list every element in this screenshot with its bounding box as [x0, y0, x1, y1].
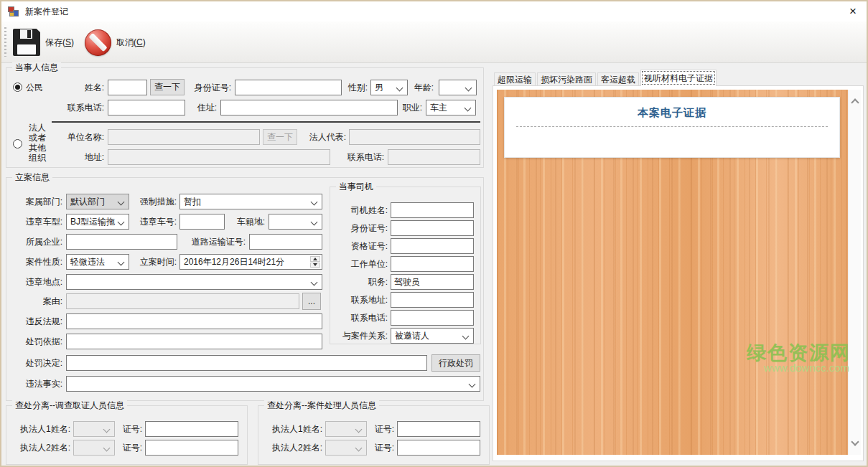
name-label: 姓名: — [70, 80, 104, 95]
occupation-select[interactable]: 车主 — [426, 100, 476, 115]
watermark-site-url: www.downcc.com — [764, 362, 849, 374]
vehicle-reg-select[interactable] — [269, 214, 322, 230]
measure-select[interactable]: 暂扣 — [179, 194, 322, 209]
legal-rep-input[interactable] — [349, 129, 480, 145]
address-label: 住址: — [194, 100, 217, 115]
occupation-label: 职业: — [399, 100, 422, 115]
save-button-label: 保存(S) — [45, 37, 74, 49]
lookup-name-button[interactable]: 查一下 — [150, 79, 185, 95]
admin-penalty-button[interactable]: 行政处罚 — [431, 354, 480, 372]
driver-address-label: 联系地址: — [332, 292, 388, 308]
toolbar: 保存(S) 取消(C) — [1, 22, 867, 63]
name-input[interactable] — [108, 80, 147, 95]
filing-time-label: 立案时间: — [126, 254, 177, 270]
transport-cert-input[interactable] — [249, 234, 322, 250]
vehicle-reg-label: 车籍地: — [227, 214, 265, 230]
driver-group-title: 当事司机 — [336, 181, 376, 192]
cause-input[interactable] — [66, 293, 299, 309]
org-address-input[interactable] — [108, 149, 330, 165]
dept-select[interactable]: 默认部门 — [66, 194, 129, 209]
handler1-cert-input[interactable] — [397, 421, 480, 437]
id-number-input[interactable] — [235, 80, 342, 95]
penalty-decision-input[interactable] — [66, 355, 427, 371]
driver-name-input[interactable] — [391, 202, 474, 218]
driver-phone-input[interactable] — [391, 310, 474, 326]
handler1-name-label: 执法人1姓名: — [263, 421, 322, 437]
regulation-input[interactable] — [66, 313, 322, 329]
address-input[interactable] — [220, 100, 398, 115]
save-button[interactable]: 保存(S) — [7, 25, 80, 60]
filing-time-picker[interactable]: 2016年12月26日14时21分 — [179, 254, 322, 270]
scroll-up-icon[interactable] — [851, 98, 859, 106]
legal-rep-label: 法人代表: — [302, 129, 346, 145]
investigator2-name-label: 执法人2姓名: — [11, 440, 70, 456]
tab-overlimit-transport[interactable]: 超限运输 — [494, 72, 536, 86]
driver-position-input[interactable]: 驾驶员 — [391, 274, 474, 290]
close-icon[interactable]: × — [845, 4, 861, 19]
investigator2-name-select[interactable] — [73, 440, 115, 456]
dept-label: 案属部门: — [11, 194, 62, 209]
org-name-input[interactable] — [108, 129, 260, 145]
phone-input[interactable] — [108, 100, 185, 115]
vehicle-type-select[interactable]: BJ型运输拖 — [66, 214, 129, 230]
transport-cert-label: 道路运输证号: — [182, 234, 246, 250]
case-nature-label: 案件性质: — [11, 254, 62, 270]
cancel-prohibition-icon — [85, 29, 111, 56]
investigator1-cert-label: 证号: — [116, 421, 142, 437]
id-number-label: 身份证号: — [185, 80, 231, 95]
handlers-group-title: 查处分离--案件处理人员信息 — [264, 400, 379, 411]
age-select[interactable] — [439, 80, 477, 95]
tab-passenger-overload[interactable]: 客运超载 — [597, 72, 639, 86]
investigator2-cert-label: 证号: — [116, 440, 142, 456]
case-nature-select[interactable]: 轻微违法 — [66, 254, 129, 270]
investigator1-name-select[interactable] — [73, 421, 115, 437]
gender-select[interactable]: 男 — [370, 80, 408, 95]
phone-label: 联系电话: — [60, 100, 104, 115]
handler1-name-select[interactable] — [325, 421, 367, 437]
driver-relation-select[interactable]: 被邀请人 — [391, 328, 474, 344]
company-label: 所属企业: — [11, 234, 62, 250]
investigator1-cert-input[interactable] — [145, 421, 238, 437]
org-name-label: 单位名称: — [60, 129, 104, 145]
vehicle-no-input[interactable] — [179, 214, 225, 230]
tab-audiovisual-evidence[interactable]: 视听材料电子证据 — [640, 70, 717, 86]
save-floppy-icon — [13, 29, 40, 56]
driver-qualification-input[interactable] — [391, 238, 474, 254]
driver-id-input[interactable] — [391, 220, 474, 236]
investigators-group-title: 查处分离--调查取证人员信息 — [12, 400, 127, 411]
tab-road-damage[interactable]: 损坏污染路面 — [537, 72, 596, 86]
org-address-label: 地址: — [81, 149, 104, 165]
cause-browse-button[interactable]: ... — [302, 293, 321, 310]
illegal-fact-select[interactable] — [66, 376, 480, 392]
toolbar-grip[interactable] — [4, 27, 6, 57]
evidence-header-box: 本案电子证据 — [504, 97, 840, 158]
driver-workunit-input[interactable] — [391, 256, 474, 272]
org-phone-input[interactable] — [388, 149, 480, 165]
company-input[interactable] — [66, 234, 177, 250]
location-select[interactable] — [66, 274, 322, 290]
scroll-down-icon[interactable] — [851, 438, 859, 445]
handler2-cert-input[interactable] — [397, 440, 480, 456]
filing-time-spinner[interactable] — [309, 255, 321, 268]
penalty-basis-label: 处罚依据: — [11, 334, 62, 349]
handler2-name-select[interactable] — [325, 440, 367, 456]
handler1-cert-label: 证号: — [368, 421, 394, 437]
cancel-button-label: 取消(C) — [116, 37, 146, 49]
party-info-group-title: 当事人信息 — [12, 62, 61, 73]
cancel-button[interactable]: 取消(C) — [79, 25, 151, 60]
lookup-org-button[interactable]: 查一下 — [263, 129, 297, 145]
new-case-registration-window: 新案件登记 × 保存(S) 取消(C) 当事人信息 公民 姓名: 查一下 身份证… — [0, 0, 868, 467]
investigator2-cert-input[interactable] — [145, 440, 238, 456]
driver-phone-label: 联系电话: — [332, 310, 388, 326]
evidence-scrollbar[interactable] — [848, 90, 861, 455]
penalty-basis-input[interactable] — [66, 334, 322, 349]
citizen-radio-label: 公民 — [26, 80, 55, 95]
spin-down-icon — [310, 263, 320, 268]
organization-radio-label: 法人 或者 其他 组织 — [27, 123, 47, 163]
driver-address-input[interactable] — [391, 292, 474, 308]
citizen-radio[interactable] — [13, 82, 22, 92]
gender-label: 性别: — [345, 80, 368, 95]
evidence-dashed-divider — [516, 126, 828, 127]
organization-radio[interactable] — [13, 139, 22, 148]
location-label: 违章地点: — [11, 274, 62, 290]
